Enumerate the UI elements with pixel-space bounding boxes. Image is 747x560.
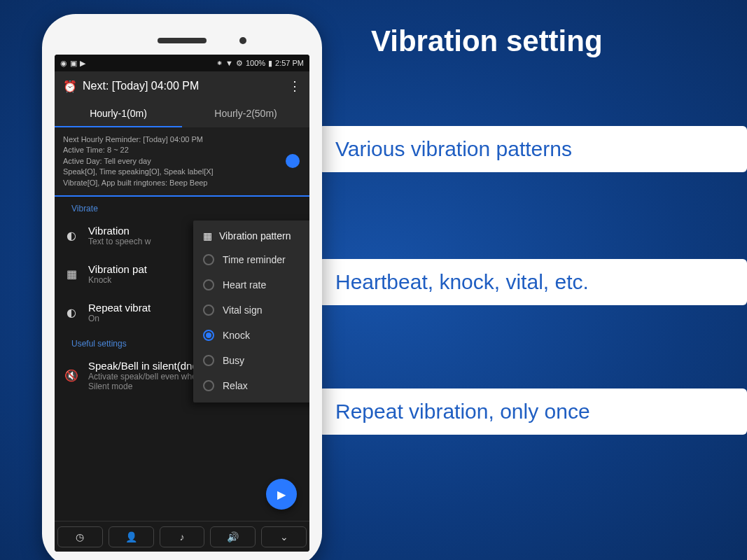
popup-option-label: Vital sign (223, 304, 263, 316)
feature-card-heartbeat: Heartbeat, knock, vital, etc. (319, 259, 747, 305)
popup-header-title: Vibration pattern (219, 230, 291, 241)
wifi-icon: ▼ (225, 59, 233, 67)
vibration-icon: ◐ (63, 229, 80, 242)
radio-icon (203, 254, 214, 265)
battery-text: 100% (246, 59, 265, 67)
tab-hourly-1[interactable]: Hourly-1(0m) (55, 101, 182, 127)
nav-speak[interactable]: 👤 (109, 526, 154, 547)
popup-option-label: Relax (223, 380, 248, 391)
phone-frame: ◉ ▣ ▶ ⁕ ▼ ⚙ 100% ▮ 2:57 PM ⏰ Next: [Toda… (42, 14, 322, 560)
status-left: ◉ ▣ ▶ (60, 59, 85, 68)
feature-card-repeat: Repeat vibration, only once (319, 388, 747, 435)
repeat-icon: ◐ (63, 306, 80, 319)
info-line-3: Active Day: Tell every day (63, 156, 301, 167)
popup-option-relax[interactable]: Relax (193, 373, 309, 398)
clock-icon: ◷ (76, 531, 84, 542)
tabs: Hourly-1(0m) Hourly-2(50m) (55, 101, 309, 127)
app-header: ⏰ Next: [Today] 04:00 PM ⋮ (55, 71, 309, 101)
overflow-menu-icon[interactable]: ⋮ (288, 78, 301, 94)
speaker (158, 38, 207, 43)
nav-volume[interactable]: 🔊 (210, 526, 256, 547)
play-icon: ▶ (277, 488, 286, 501)
volume-icon: 🔊 (227, 531, 239, 542)
alarm-icon: ⏰ (63, 80, 77, 93)
radio-icon-selected (203, 330, 214, 341)
nav-more[interactable]: ⌄ (261, 526, 307, 547)
notification-icon: ◉ (60, 59, 67, 68)
popup-option-heart-rate[interactable]: Heart rate (193, 272, 309, 298)
notification-icon-2: ▣ (70, 59, 77, 68)
radio-icon (203, 380, 214, 391)
nav-music[interactable]: ♪ (160, 526, 205, 547)
app-header-left: ⏰ Next: [Today] 04:00 PM (63, 80, 199, 93)
info-card: Next Hourly Reminder: [Today] 04:00 PM A… (55, 127, 309, 197)
phone-top (55, 27, 309, 55)
chevron-down-icon: ⌄ (280, 531, 288, 542)
page-title: Vibration setting (371, 24, 603, 58)
popup-option-time-reminder[interactable]: Time reminder (193, 247, 309, 272)
speak-icon: 👤 (125, 531, 137, 542)
pattern-icon: ▦ (63, 267, 80, 281)
silent-icon: 🔇 (63, 369, 80, 382)
section-vibrate-label: Vibrate (55, 197, 309, 216)
settings-icon: ⚙ (236, 59, 243, 68)
popup-option-label: Time reminder (223, 254, 286, 265)
info-line-4: Speak[O], Time speaking[O], Speak label[… (63, 167, 301, 177)
radio-icon (203, 304, 214, 316)
feature-card-patterns: Various vibration patterns (319, 126, 747, 172)
camera (239, 37, 246, 44)
play-fab[interactable]: ▶ (266, 479, 297, 510)
tab-hourly-2[interactable]: Hourly-2(50m) (182, 101, 309, 127)
vibration-pattern-popup: ▦ Vibration pattern Time reminder Heart … (193, 220, 309, 402)
info-line-1: Next Hourly Reminder: [Today] 04:00 PM (63, 134, 301, 145)
popup-header-icon: ▦ (203, 230, 212, 241)
clock-text: 2:57 PM (275, 59, 304, 67)
status-right: ⁕ ▼ ⚙ 100% ▮ 2:57 PM (216, 59, 304, 68)
bluetooth-icon: ⁕ (216, 59, 223, 68)
info-toggle[interactable] (286, 154, 300, 168)
nav-clock[interactable]: ◷ (57, 526, 103, 547)
info-line-2: Active Time: 8 ~ 22 (63, 145, 301, 155)
radio-icon (203, 279, 214, 290)
popup-option-label: Busy (223, 355, 244, 366)
popup-option-vital-sign[interactable]: Vital sign (193, 298, 309, 323)
status-bar: ◉ ▣ ▶ ⁕ ▼ ⚙ 100% ▮ 2:57 PM (55, 55, 309, 71)
radio-icon (203, 355, 214, 366)
app-header-title: Next: [Today] 04:00 PM (83, 80, 199, 92)
popup-option-label: Heart rate (223, 279, 266, 290)
popup-header: ▦ Vibration pattern (193, 225, 309, 247)
battery-icon: ▮ (268, 59, 272, 68)
music-icon: ♪ (179, 531, 184, 542)
phone-screen: ◉ ▣ ▶ ⁕ ▼ ⚙ 100% ▮ 2:57 PM ⏰ Next: [Toda… (55, 55, 309, 552)
popup-option-label: Knock (223, 330, 250, 341)
popup-option-knock[interactable]: Knock (193, 323, 309, 348)
popup-option-busy[interactable]: Busy (193, 348, 309, 373)
notification-icon-3: ▶ (80, 59, 85, 68)
info-line-5: Vibrate[O], App built ringtones: Beep Be… (63, 178, 301, 188)
bottom-nav: ◷ 👤 ♪ 🔊 ⌄ (55, 521, 309, 552)
